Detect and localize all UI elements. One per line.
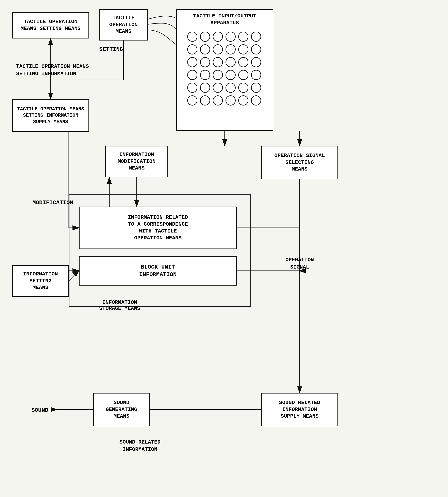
grid-circle (213, 95, 223, 105)
grid-circle (213, 57, 223, 67)
grid-circle (213, 32, 223, 42)
grid-circle (200, 32, 210, 42)
grid-circle (187, 95, 197, 105)
modification-label: MODIFICATION (32, 199, 73, 206)
grid-circle (225, 70, 236, 80)
grid-circle (225, 44, 236, 54)
grid-circle (187, 32, 197, 42)
tactile-io-title: TACTILE INPUT/OUTPUTAPPARATUS (193, 13, 256, 27)
grid-circle (251, 57, 261, 67)
tactile-operation-means-box: TACTILEOPERATIONMEANS (99, 9, 148, 40)
grid-circle (238, 95, 248, 105)
grid-circle (213, 83, 223, 93)
information-storage-means-label: INFORMATIONSTORAGE MEANS (99, 299, 140, 312)
sound-label: SOUND (31, 407, 48, 413)
grid-circle (200, 70, 210, 80)
grid-circle (187, 83, 197, 93)
grid-circle (251, 32, 261, 42)
grid-circle (225, 83, 236, 93)
grid-circle (225, 57, 236, 67)
sound-generating-box: SOUNDGENERATINGMEANS (93, 393, 150, 426)
setting-label: SETTING (99, 46, 123, 52)
information-setting-means-box: INFORMATIONSETTINGMEANS (12, 265, 69, 297)
grid-circle (213, 70, 223, 80)
grid-circle (251, 44, 261, 54)
grid-circle (200, 83, 210, 93)
grid-circle (225, 32, 236, 42)
grid-circle (200, 95, 210, 105)
grid-circle (200, 44, 210, 54)
grid-circle (251, 70, 261, 80)
grid-circle (225, 95, 236, 105)
grid-circle (200, 57, 210, 67)
grid-circle (187, 44, 197, 54)
grid-circle (238, 32, 248, 42)
grid-circle (213, 44, 223, 54)
tactile-setting-info-label: TACTILE OPERATION MEANSSETTING INFORMATI… (16, 63, 89, 78)
operation-signal-label: OPERATIONSIGNAL (286, 256, 314, 271)
grid-circle (238, 70, 248, 80)
grid-circle (238, 57, 248, 67)
tactile-operation-means-setting-means-box: TACTILE OPERATION MEANS SETTING MEANS (12, 12, 89, 38)
grid-circle (187, 57, 197, 67)
grid-circle (238, 83, 248, 93)
tactile-io-apparatus-box: TACTILE INPUT/OUTPUTAPPARATUS (176, 9, 273, 131)
tactile-op-means-supply-box: TACTILE OPERATION MEANSSETTING INFORMATI… (12, 99, 89, 132)
block-unit-information-box: BLOCK UNITINFORMATION (79, 256, 237, 285)
grid-circle (238, 44, 248, 54)
info-modification-box: INFORMATIONMODIFICATIONMEANS (105, 146, 168, 177)
grid-circle (251, 95, 261, 105)
operation-signal-selecting-box: OPERATION SIGNALSELECTINGMEANS (261, 146, 338, 179)
sound-related-supply-box: SOUND RELATEDINFORMATIONSUPPLY MEANS (261, 393, 338, 426)
grid-circle (251, 83, 261, 93)
info-related-box: INFORMATION RELATEDTO A CORRESPONDENCEWI… (79, 207, 237, 249)
sound-related-info-label: SOUND RELATEDINFORMATION (119, 438, 160, 453)
diagram: TACTILE OPERATION MEANS SETTING MEANS TA… (0, 0, 448, 497)
grid-circle (187, 70, 197, 80)
